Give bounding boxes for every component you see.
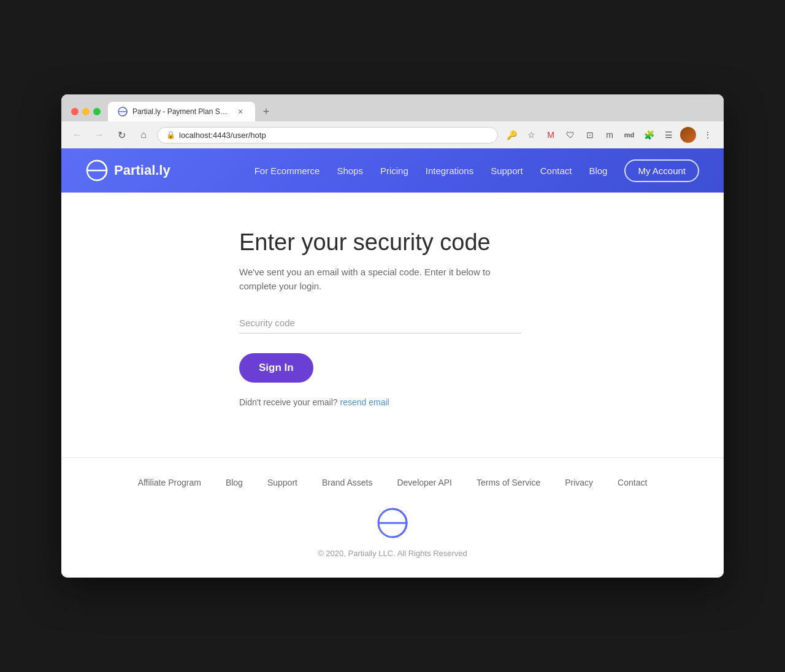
- nav-contact[interactable]: Contact: [540, 166, 572, 176]
- browser-chrome: Partial.ly - Payment Plan Softw... × + ←…: [61, 94, 724, 148]
- security-code-input[interactable]: [239, 313, 521, 334]
- minimize-button[interactable]: [82, 108, 90, 115]
- footer-link-privacy[interactable]: Privacy: [565, 478, 593, 487]
- translate-icon[interactable]: ⊡: [581, 126, 599, 143]
- gmail-icon[interactable]: M: [542, 126, 559, 143]
- browser-titlebar: Partial.ly - Payment Plan Softw... × +: [61, 94, 724, 121]
- footer-link-api[interactable]: Developer API: [397, 478, 452, 487]
- md-icon[interactable]: md: [621, 126, 638, 143]
- url-text: localhost:4443/user/hotp: [179, 131, 489, 140]
- new-tab-button[interactable]: +: [258, 103, 275, 120]
- tab-manager-icon[interactable]: ☰: [660, 126, 677, 143]
- my-account-button[interactable]: My Account: [624, 159, 699, 182]
- m-icon[interactable]: m: [601, 126, 618, 143]
- footer-link-blog[interactable]: Blog: [226, 478, 243, 487]
- nav-links: For Ecommerce Shops Pricing Integrations…: [255, 159, 699, 182]
- nav-blog[interactable]: Blog: [589, 166, 607, 176]
- footer-links: Affiliate Program Blog Support Brand Ass…: [86, 478, 699, 487]
- site-footer: Affiliate Program Blog Support Brand Ass…: [61, 457, 724, 578]
- forward-button[interactable]: →: [91, 126, 108, 143]
- security-code-field: [239, 313, 521, 334]
- tab-title: Partial.ly - Payment Plan Softw...: [132, 107, 231, 116]
- avatar-image: [680, 127, 696, 143]
- logo-area: Partial.ly: [86, 159, 255, 181]
- home-button[interactable]: ⌂: [135, 126, 152, 143]
- browser-window: Partial.ly - Payment Plan Softw... × + ←…: [61, 94, 724, 578]
- nav-support[interactable]: Support: [491, 166, 523, 176]
- traffic-lights: [71, 108, 101, 115]
- footer-logo-icon: [377, 507, 408, 539]
- tab-close-icon[interactable]: ×: [236, 107, 245, 116]
- back-button[interactable]: ←: [69, 126, 86, 143]
- address-bar[interactable]: 🔒 localhost:4443/user/hotp: [157, 127, 498, 143]
- resend-link[interactable]: resend email: [340, 397, 389, 407]
- page-subtitle: We've sent you an email with a special c…: [239, 265, 521, 293]
- nav-shops[interactable]: Shops: [337, 166, 363, 176]
- key-icon[interactable]: 🔑: [503, 126, 520, 143]
- toolbar-actions: 🔑 ☆ M 🛡 ⊡ m md 🧩 ☰ ⋮: [503, 126, 716, 143]
- lock-icon: 🔒: [166, 131, 175, 139]
- footer-link-contact[interactable]: Contact: [618, 478, 647, 487]
- refresh-button[interactable]: ↻: [113, 126, 130, 143]
- puzzle-icon[interactable]: 🧩: [640, 126, 657, 143]
- footer-link-brand[interactable]: Brand Assets: [322, 478, 373, 487]
- resend-prefix: Didn't receive your email?: [239, 397, 338, 407]
- tabs-bar: Partial.ly - Payment Plan Softw... × +: [108, 102, 714, 121]
- footer-copyright: © 2020, Partially LLC. All Rights Reserv…: [86, 549, 699, 578]
- page-title: Enter your security code: [239, 229, 491, 256]
- close-button[interactable]: [71, 108, 78, 115]
- website-content: Partial.ly For Ecommerce Shops Pricing I…: [61, 148, 724, 578]
- nav-pricing[interactable]: Pricing: [380, 166, 408, 176]
- logo-icon: [86, 159, 108, 181]
- nav-integrations[interactable]: Integrations: [426, 166, 473, 176]
- footer-link-affiliate[interactable]: Affiliate Program: [138, 478, 201, 487]
- footer-logo: [86, 507, 699, 539]
- star-icon[interactable]: ☆: [523, 126, 540, 143]
- logo-text: Partial.ly: [114, 162, 170, 178]
- active-tab[interactable]: Partial.ly - Payment Plan Softw... ×: [108, 102, 255, 121]
- browser-toolbar: ← → ↻ ⌂ 🔒 localhost:4443/user/hotp 🔑 ☆ M…: [61, 121, 724, 148]
- maximize-button[interactable]: [93, 108, 101, 115]
- resend-text: Didn't receive your email? resend email: [239, 397, 389, 407]
- main-content: Enter your security code We've sent you …: [61, 193, 724, 457]
- sign-in-button[interactable]: Sign In: [239, 353, 313, 383]
- footer-link-support[interactable]: Support: [267, 478, 297, 487]
- site-header: Partial.ly For Ecommerce Shops Pricing I…: [61, 148, 724, 193]
- profile-avatar[interactable]: [680, 126, 697, 143]
- shield-icon[interactable]: 🛡: [562, 126, 579, 143]
- footer-link-tos[interactable]: Terms of Service: [477, 478, 540, 487]
- tab-favicon: [118, 107, 128, 116]
- menu-button[interactable]: ⋮: [699, 126, 716, 143]
- nav-for-ecommerce[interactable]: For Ecommerce: [255, 166, 320, 176]
